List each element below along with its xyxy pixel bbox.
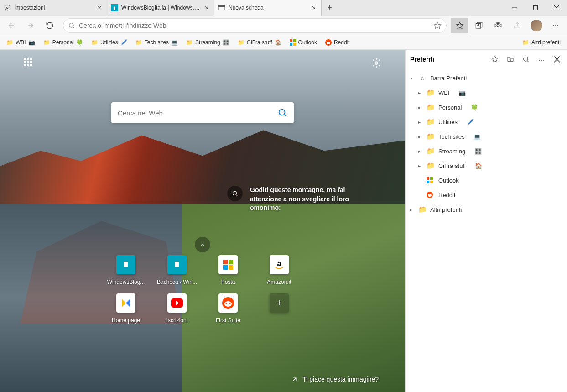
info-search-icon[interactable] bbox=[227, 186, 243, 201]
bookmark-folder-streaming[interactable]: 📁Streaming🎛️ bbox=[182, 37, 233, 47]
svg-marker-9 bbox=[434, 22, 441, 28]
svg-point-52 bbox=[224, 301, 232, 307]
tile-add[interactable]: + bbox=[256, 293, 302, 324]
folder-icon: 📁 bbox=[427, 89, 435, 97]
tab-impostazioni[interactable]: Impostazioni × bbox=[0, 0, 107, 16]
svg-line-36 bbox=[284, 115, 286, 117]
collections-button[interactable] bbox=[470, 18, 488, 33]
svg-rect-43 bbox=[223, 265, 228, 270]
tree-folder-personal[interactable]: ▸📁Personal 🍀 bbox=[406, 100, 567, 115]
svg-rect-30 bbox=[30, 61, 32, 63]
tree-folder-gifra[interactable]: ▸📁GiFra stuff 🏠 bbox=[406, 158, 567, 173]
svg-marker-48 bbox=[126, 299, 130, 307]
svg-rect-33 bbox=[30, 64, 32, 66]
favorites-title: Preferiti bbox=[410, 56, 485, 63]
star-icon: ☆ bbox=[418, 75, 427, 82]
close-icon[interactable]: × bbox=[203, 4, 210, 11]
close-icon[interactable]: × bbox=[96, 4, 103, 11]
forward-button[interactable] bbox=[22, 18, 39, 33]
toolbar: ··· bbox=[0, 16, 567, 35]
tree-root-barra-preferiti[interactable]: ▾☆Barra Preferiti bbox=[406, 71, 567, 85]
search-favorites-icon[interactable] bbox=[520, 56, 531, 63]
tab-windowsblogitalia[interactable]: ▮ WindowsBlogItalia | Windows, S... × bbox=[107, 0, 214, 16]
gear-icon[interactable] bbox=[371, 58, 381, 68]
refresh-button[interactable] bbox=[41, 18, 58, 33]
tile-firstsuite[interactable]: First Suite bbox=[205, 293, 251, 324]
bookmark-folder-utilities[interactable]: 📁Utilities🖊️ bbox=[88, 37, 131, 47]
content-area: Goditi queste montagne, ma fai attenzion… bbox=[0, 50, 567, 392]
tree-item-outlook[interactable]: Outlook bbox=[406, 173, 567, 188]
profile-button[interactable] bbox=[528, 18, 545, 33]
tile-bacheca[interactable]: Bacheca ‹ Win... bbox=[154, 255, 200, 285]
bookmark-overflow[interactable]: 📁Altri preferiti bbox=[519, 37, 564, 47]
search-icon[interactable] bbox=[277, 108, 287, 118]
folder-icon: 📁 bbox=[427, 132, 435, 141]
tab-nuova-scheda[interactable]: Nuova scheda × bbox=[214, 0, 322, 16]
svg-point-67 bbox=[428, 194, 432, 197]
tree-folder-streaming[interactable]: ▸📁Streaming 🎛️ bbox=[406, 144, 567, 158]
close-icon[interactable]: × bbox=[310, 4, 317, 11]
menu-button[interactable]: ··· bbox=[547, 18, 564, 33]
tile-homepage[interactable]: Home page bbox=[103, 293, 149, 324]
tree-folder-utilities[interactable]: ▸📁Utilities 🖊️ bbox=[406, 115, 567, 129]
bookmark-folder-gifra[interactable]: 📁GiFra stuff🏠 bbox=[234, 37, 285, 47]
svg-rect-65 bbox=[430, 181, 433, 183]
address-bar[interactable] bbox=[63, 18, 447, 33]
background-info-text: Goditi queste montagne, ma fai attenzion… bbox=[250, 186, 355, 213]
reddit-icon bbox=[325, 39, 332, 46]
tree-folder-techsites[interactable]: ▸📁Tech sites 💻 bbox=[406, 129, 567, 144]
chevron-right-icon: ▸ bbox=[418, 120, 423, 125]
favorites-panel: Preferiti ··· ▾☆Barra Preferiti ▸📁WBI 📷 … bbox=[405, 50, 567, 392]
svg-point-37 bbox=[233, 191, 236, 195]
titlebar: Impostazioni × ▮ WindowsBlogItalia | Win… bbox=[0, 0, 567, 16]
scroll-up-button[interactable] bbox=[195, 237, 210, 252]
ntp-search-input[interactable] bbox=[118, 109, 277, 117]
folder-icon: 📁 bbox=[418, 205, 427, 214]
svg-rect-27 bbox=[30, 58, 32, 60]
favorite-star-icon[interactable] bbox=[433, 21, 442, 30]
apps-grid-icon[interactable] bbox=[24, 58, 32, 66]
chevron-right-icon: ▸ bbox=[418, 134, 423, 139]
share-button[interactable] bbox=[509, 18, 526, 33]
svg-rect-26 bbox=[27, 58, 29, 60]
close-panel-icon[interactable] bbox=[551, 56, 562, 63]
new-tab-page: Goditi queste montagne, ma fai attenzion… bbox=[0, 50, 405, 392]
svg-rect-21 bbox=[290, 43, 292, 46]
svg-rect-44 bbox=[229, 265, 233, 270]
extension-button[interactable] bbox=[489, 18, 507, 33]
tile-amazon[interactable]: aAmazon.it bbox=[256, 255, 302, 285]
folder-icon: 📁 bbox=[186, 39, 193, 46]
bookmarks-bar: 📁WBI📷 📁Personal🍀 📁Utilities🖊️ 📁Tech site… bbox=[0, 35, 567, 50]
svg-rect-17 bbox=[500, 24, 501, 27]
tree-item-reddit[interactable]: Reddit bbox=[406, 188, 567, 202]
close-window-button[interactable] bbox=[546, 0, 567, 16]
tree-folder-wbi[interactable]: ▸📁WBI 📷 bbox=[406, 85, 567, 100]
minimize-button[interactable] bbox=[504, 0, 525, 16]
add-folder-icon[interactable] bbox=[505, 56, 516, 63]
tree-folder-altri-preferiti[interactable]: ▸📁Altri preferiti bbox=[406, 202, 567, 217]
window-controls bbox=[504, 0, 567, 16]
tile-iscrizioni[interactable]: Iscrizioni bbox=[154, 293, 200, 324]
background-info: Goditi queste montagne, ma fai attenzion… bbox=[227, 186, 355, 213]
add-favorite-icon[interactable] bbox=[489, 56, 500, 63]
maximize-button[interactable] bbox=[525, 0, 546, 16]
like-image-prompt[interactable]: Ti piace questa immagine? bbox=[291, 376, 379, 383]
more-icon[interactable]: ··· bbox=[536, 56, 547, 63]
bookmark-reddit[interactable]: Reddit bbox=[322, 37, 354, 47]
bookmark-outlook[interactable]: Outlook bbox=[286, 37, 321, 47]
favorites-button[interactable] bbox=[451, 18, 468, 33]
svg-point-53 bbox=[226, 303, 227, 304]
back-button[interactable] bbox=[3, 18, 20, 33]
folder-icon: 📁 bbox=[43, 39, 50, 46]
svg-rect-62 bbox=[427, 177, 429, 180]
tile-windowsblog[interactable]: WindowsBlog... bbox=[103, 255, 149, 285]
new-tab-button[interactable]: + bbox=[322, 0, 338, 16]
bookmark-folder-wbi[interactable]: 📁WBI📷 bbox=[3, 37, 39, 47]
address-input[interactable] bbox=[79, 22, 430, 29]
ntp-search-box[interactable] bbox=[111, 102, 294, 123]
bookmark-folder-personal[interactable]: 📁Personal🍀 bbox=[40, 37, 87, 47]
svg-rect-64 bbox=[427, 181, 429, 183]
bookmark-folder-techsites[interactable]: 📁Tech sites💻 bbox=[132, 37, 182, 47]
tile-posta[interactable]: Posta bbox=[205, 255, 251, 285]
svg-text:a: a bbox=[277, 260, 281, 267]
